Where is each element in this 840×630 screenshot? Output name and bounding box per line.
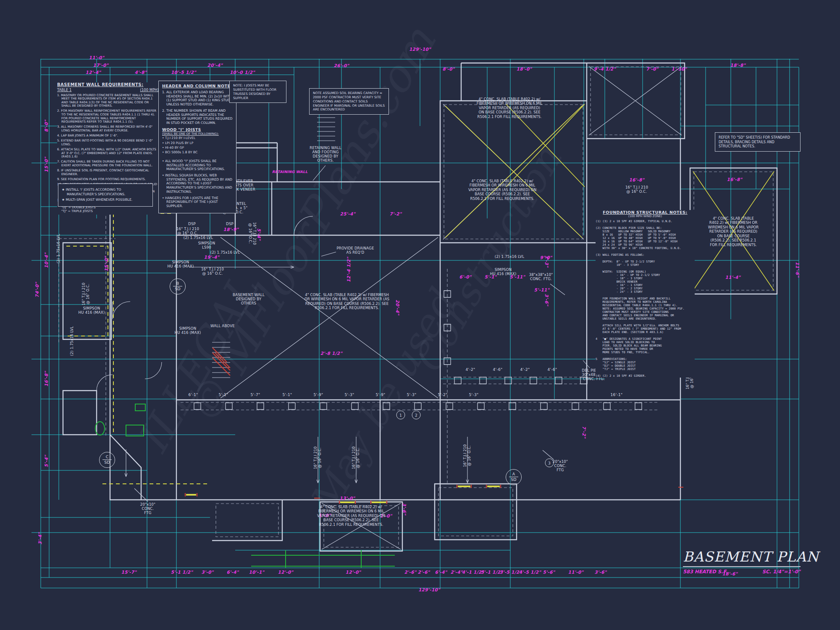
dimension-label: 129'-10" (418, 587, 440, 592)
plan-label: WALL ABOVE (210, 324, 235, 328)
dimension-label: 9'-4 1/2" (594, 66, 616, 71)
note-line: WIDTH: SIDING (OR EQUAL) (596, 270, 695, 273)
plan-label: DSP (226, 222, 234, 226)
wind-zone: (100 MPH) (140, 88, 159, 92)
wood-ijoists-title: WOOD "I" JOISTS (162, 128, 233, 132)
note-line: (3) WALL FOOTING AS FOLLOWS: (596, 253, 695, 257)
dimension-label: 5'-4" (44, 455, 49, 467)
dimension-label: 13'-0" (340, 496, 355, 501)
note-line: WITH 30" x 30" x 10" CONCRETE FOOTING, U… (596, 247, 695, 250)
marker-sheet: SD (175, 286, 180, 291)
blueprint-sheet: © MFloorPlans.comILLEGALMay be usedConst… (0, 0, 840, 630)
dimension-label: 4'-5 1/2" (519, 570, 541, 575)
dimension-label: 5'-9" (314, 393, 323, 397)
plan-label: SIMPSON HU 416 (MAX) (175, 327, 201, 335)
dimension-label: 5'-1 1/2" (171, 570, 193, 575)
dimension-label: 15'-0" (104, 256, 109, 272)
dimension-label: 7'-2" (389, 211, 402, 216)
dimension-label: 5'-11" (534, 287, 550, 292)
dimension-label: 5'-7" (251, 393, 260, 397)
dimension-label: 2'-6" (404, 570, 416, 575)
note-line: 16 x 16 UP TO 64" HIGH UP TO 12'-0" HIGH (596, 240, 695, 243)
note-line: DEPTH: 8" - UP TO 2-1/2 STORY (596, 260, 695, 263)
dimension-label: 5'-4" (257, 228, 262, 240)
plan-label: SIMPSON LS90 (198, 242, 215, 250)
dimension-label: 10'-5 1/2" (171, 70, 196, 75)
marker-letter: B (173, 281, 182, 286)
plan-label: (2) 1.75x16 LVL (184, 236, 213, 240)
note-line (596, 371, 695, 374)
note-subtitle: TABLE 1 (57, 88, 71, 92)
plan-label: DSP (188, 222, 196, 226)
dimension-label: 18'-8" (730, 63, 746, 68)
plan-label: (2) 1.75x16 LVL (70, 326, 74, 356)
dimension-label: 6'-0" (459, 274, 471, 279)
dimension-label: 11'-0" (89, 55, 105, 60)
note-line: LOAD TO HAVE SOLID BLOCKING TO (596, 341, 695, 344)
plan-label: 20"x10" CONC. FTG (140, 503, 155, 515)
note-line (596, 250, 695, 253)
note-line: ★ INSTALL 'I' JOISTS ACCORDING TO MANUFA… (62, 188, 149, 197)
dimension-label: 6'-1" (189, 393, 198, 397)
plan-label: RETAINING WALL AND FOOTING DESIGNED BY O… (310, 146, 341, 163)
dimension-label: 4'-2" (520, 368, 530, 372)
note-line (596, 354, 695, 357)
note-line: (1) (3) 2 x 10 SPF #2 GIRDER, TYPICAL U.… (596, 220, 695, 223)
note-line: 4 "■" DESIGNATES A SIGNIFICANT POINT (596, 337, 695, 341)
dimension-label: 11'-4" (725, 275, 741, 280)
dimension-label: 5'-3" (345, 393, 354, 397)
plan-label: SIMPSON HU 416 (MAX) (168, 260, 194, 269)
note-line: AT 6'-0" CENTERS ( 7" EMBEDMENT) AND 12"… (596, 327, 695, 331)
plan-label: BASEMENT WALL DESIGNED BY OTHERS (233, 293, 265, 306)
note-line: ★ MULTI-SPAN JOIST WHENEVER POSSIBLE. (62, 198, 149, 202)
note-line: "DJ" = DOUBLE JOIST (596, 364, 695, 368)
note-title: BASEMENT WALL REQUIREMENTS: (57, 82, 159, 87)
note-line: ATTACH SILL PLATE WITH 1/2"dia. ANCHOR B… (596, 324, 695, 327)
title-block: BASEMENT PLAN 583 HEATED S.F. SC. 1/4"=1… (683, 549, 801, 575)
note-line: "TJ" = TRIPLE JOIST (596, 368, 695, 371)
dimension-label: 11'-0" (568, 570, 584, 575)
note-line (596, 223, 695, 226)
dimension-label: 1'-10" (672, 66, 687, 71)
dimension-label: 17'-0" (93, 63, 109, 68)
note-line: 12 x 16 UP TO 48" HIGH UP TO 9'-0" HIGH (596, 236, 695, 240)
note-line (596, 334, 695, 337)
wood-ijoists-subtitle: (SHALL BE ONE OF THE FOLLOWING): (162, 132, 233, 136)
note-line: • HI-40 BY GP (162, 146, 233, 150)
dimension-label: 7'-3" (544, 255, 549, 267)
dimension-label: 25'-4" (340, 211, 356, 216)
dimension-label: 5'-2" (438, 393, 448, 397)
plan-label: 20"x10" CONC. FTG (553, 460, 568, 472)
slab-note: 4" CONC. SLAB (TABLE R402.2) w/ FIBERMES… (476, 97, 543, 119)
plan-label: 16" T.J.I 210 @ 16" O.C. (176, 227, 199, 236)
dimension-label: 6'-4" (226, 570, 239, 575)
note-line: - 24" - 3 STORY (596, 290, 695, 294)
dimension-label: 16'-8" (629, 177, 645, 182)
note-line: - 18" - 3 STORY (596, 277, 695, 280)
dimension-label: 8'-0" (442, 66, 454, 71)
dimension-label: 5'-3" (469, 393, 479, 397)
note-line: • INSTALL SQUASH BLOCKS, WEB STIFFENERS,… (162, 173, 233, 194)
dimension-label: 4'-6" (493, 368, 503, 372)
note-line: RESIDENTIAL CODE TABLE R404.1.1 (1 THRU … (596, 304, 695, 307)
plan-label: (2) 1.75x16 LVL (57, 234, 61, 263)
note-subtitle: (100 MPH WIND ZONE) (596, 215, 695, 218)
dimension-label: 3'-6" (594, 570, 606, 575)
dimension-label: 18'-9" (223, 227, 239, 232)
note-line: CONTRACTOR MUST VERIFY SITE CONDITIONS (596, 310, 695, 314)
dimension-label: 4'-6" (548, 368, 557, 372)
note-line: • HANGERS FOR I-JOISTS ARE THE RESPONSIB… (162, 196, 233, 208)
ijoist-install-note: ★ INSTALL 'I' JOISTS ACCORDING TO MANUFA… (58, 184, 153, 207)
scale-label: SC. 1/4"=1'-0" (762, 569, 801, 575)
sd-sheet-note: REFER TO "SD" SHEET(S) FOR STANDARD DETA… (715, 132, 801, 152)
dimension-label: 19'-4" (204, 255, 220, 260)
dimension-label: 5'-3" (407, 393, 417, 397)
dimension-label: 10'-0 1/2" (230, 70, 255, 75)
detail-marker: ASD (506, 469, 522, 485)
note-line: 8 x 16 UP TO 32" HIGH UP TO 5'-0" HIGH (596, 233, 695, 236)
plan-label: (2) 1.75x16 LVL (495, 255, 524, 259)
marker-sheet: SD (511, 477, 516, 482)
dimension-label: 16'-1" (611, 393, 623, 397)
dimension-label: 7'-2" (582, 426, 587, 438)
detail-marker: CSD (99, 452, 115, 468)
